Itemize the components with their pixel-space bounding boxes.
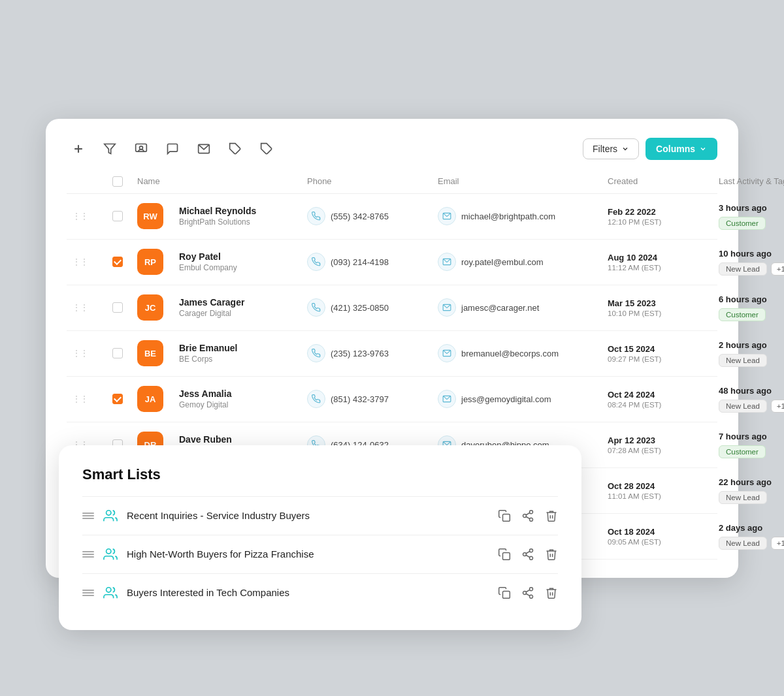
delete-icon[interactable] bbox=[545, 586, 558, 599]
contact-name[interactable]: Brie Emanuel bbox=[179, 343, 237, 353]
row-checkbox[interactable] bbox=[112, 348, 123, 358]
toolbar-right: Filters Columns bbox=[583, 138, 717, 160]
contact-name[interactable]: Roy Patel bbox=[179, 251, 237, 262]
contact-icon[interactable] bbox=[129, 137, 153, 161]
header-checkbox-cell[interactable] bbox=[98, 176, 137, 187]
phone-number: (421) 325-0850 bbox=[331, 303, 389, 313]
columns-button[interactable]: Columns bbox=[645, 138, 717, 160]
table-row: ⋮⋮ RP Roy Patel Embul Company (093) 214-… bbox=[67, 240, 717, 285]
extra-tags[interactable]: +1 bbox=[771, 537, 784, 550]
tag[interactable]: New Lead bbox=[719, 491, 767, 504]
contact-info: Brie Emanuel BE Corps bbox=[171, 343, 237, 364]
svg-line-20 bbox=[526, 516, 530, 518]
email-icon-cell[interactable] bbox=[438, 390, 456, 408]
phone-number: (851) 432-3797 bbox=[331, 394, 389, 404]
svg-rect-30 bbox=[503, 591, 510, 598]
tag[interactable]: Customer bbox=[719, 217, 766, 230]
email-address: michael@brightpath.com bbox=[461, 212, 555, 221]
add-button[interactable] bbox=[67, 137, 90, 161]
checkbox-cell[interactable] bbox=[98, 302, 137, 313]
email-icon-cell[interactable] bbox=[438, 253, 456, 271]
avatar-name-cell: JA Jess Amalia Gemoy Digital bbox=[137, 386, 307, 412]
th-name: Name bbox=[137, 176, 307, 186]
share-icon[interactable] bbox=[521, 509, 534, 522]
phone-icon[interactable] bbox=[307, 344, 325, 362]
created-date: Oct 15 2024 bbox=[608, 344, 719, 354]
email-icon-cell[interactable] bbox=[438, 207, 456, 225]
copy-icon[interactable] bbox=[498, 586, 511, 599]
phone-icon[interactable] bbox=[307, 298, 325, 317]
row-checkbox[interactable] bbox=[112, 257, 123, 267]
th-created: Created bbox=[608, 176, 719, 186]
extra-tags-button[interactable]: +1 bbox=[771, 400, 784, 413]
list-item-name[interactable]: Buyers Interested in Tech Companies bbox=[127, 587, 489, 598]
checkbox-cell[interactable] bbox=[98, 211, 137, 221]
list-item: Recent Inquiries - Service Industry Buye… bbox=[82, 497, 558, 535]
phone-icon[interactable] bbox=[307, 390, 325, 408]
delete-icon[interactable] bbox=[545, 548, 558, 561]
row-checkbox[interactable] bbox=[112, 211, 123, 221]
svg-point-31 bbox=[530, 587, 533, 590]
activity-cell: 10 hours ago New Lead +1 bbox=[719, 249, 784, 276]
tag2-icon[interactable] bbox=[255, 137, 278, 161]
copy-icon[interactable] bbox=[498, 509, 511, 522]
list-item-actions bbox=[498, 509, 558, 522]
share-icon[interactable] bbox=[521, 548, 534, 561]
tag[interactable]: New Lead bbox=[719, 354, 767, 367]
header-checkbox[interactable] bbox=[112, 176, 123, 187]
created-cell: Oct 28 2024 11:01 AM (EST) bbox=[608, 481, 719, 500]
tag[interactable]: New Lead bbox=[719, 537, 767, 550]
contact-name[interactable]: Jess Amalia bbox=[179, 388, 231, 399]
people-icon bbox=[103, 586, 118, 600]
row-checkbox[interactable] bbox=[112, 302, 123, 313]
extra-tags-button[interactable]: +1 bbox=[771, 262, 784, 276]
activity-time: 2 days ago bbox=[719, 523, 784, 533]
th-phone: Phone bbox=[307, 176, 438, 186]
share-icon[interactable] bbox=[521, 586, 534, 599]
checkbox-cell[interactable] bbox=[98, 394, 137, 404]
avatar-name-cell: BE Brie Emanuel BE Corps bbox=[137, 340, 307, 366]
tag1-icon[interactable] bbox=[223, 137, 247, 161]
email-icon[interactable] bbox=[192, 137, 216, 161]
contact-info: Michael Reynolds BrightPath Solutions bbox=[171, 206, 256, 227]
svg-point-19 bbox=[530, 518, 533, 521]
tag[interactable]: Customer bbox=[719, 445, 766, 458]
contact-info: James Carager Carager Digital bbox=[171, 297, 244, 318]
contact-info: Jess Amalia Gemoy Digital bbox=[171, 388, 231, 409]
email-icon-cell[interactable] bbox=[438, 298, 456, 317]
row-checkbox[interactable] bbox=[112, 394, 123, 404]
list-item-name[interactable]: Recent Inquiries - Service Industry Buye… bbox=[127, 510, 489, 521]
svg-line-28 bbox=[526, 551, 530, 553]
checkbox-cell[interactable] bbox=[98, 348, 137, 358]
filter-icon[interactable] bbox=[98, 137, 122, 161]
contact-name[interactable]: Dave Ruben bbox=[179, 434, 243, 445]
contact-name[interactable]: James Carager bbox=[179, 297, 244, 308]
activity-cell: 2 days ago New Lead +1 bbox=[719, 523, 784, 550]
phone-icon[interactable] bbox=[307, 207, 325, 225]
email-icon-cell[interactable] bbox=[438, 344, 456, 362]
tag[interactable]: New Lead bbox=[719, 262, 767, 276]
contact-name[interactable]: Michael Reynolds bbox=[179, 206, 256, 216]
chat-icon[interactable] bbox=[161, 137, 184, 161]
svg-point-29 bbox=[106, 587, 111, 592]
people-icon bbox=[103, 509, 118, 523]
phone-number: (235) 123-9763 bbox=[331, 349, 389, 358]
phone-icon[interactable] bbox=[307, 253, 325, 271]
list-item-actions bbox=[498, 548, 558, 561]
list-item-name[interactable]: High Net-Worth Buyers for Pizza Franchis… bbox=[127, 548, 489, 560]
activity-time: 10 hours ago bbox=[719, 249, 784, 259]
created-cell: Oct 24 2024 08:24 PM (EST) bbox=[608, 390, 719, 409]
table-row: ⋮⋮ RW Michael Reynolds BrightPath Soluti… bbox=[67, 194, 717, 240]
created-time: 11:01 AM (EST) bbox=[608, 492, 719, 500]
svg-point-17 bbox=[530, 510, 533, 513]
columns-label: Columns bbox=[656, 144, 695, 154]
contact-company: Embul Company bbox=[179, 263, 237, 272]
delete-icon[interactable] bbox=[545, 509, 558, 522]
tag[interactable]: New Lead bbox=[719, 400, 767, 413]
checkbox-cell[interactable] bbox=[98, 257, 137, 267]
filters-button[interactable]: Filters bbox=[583, 138, 639, 159]
th-activity: Last Activity & Tags bbox=[719, 176, 784, 186]
copy-icon[interactable] bbox=[498, 548, 511, 561]
tag[interactable]: Customer bbox=[719, 308, 766, 321]
email-cell: roy.patel@embul.com bbox=[438, 253, 608, 271]
